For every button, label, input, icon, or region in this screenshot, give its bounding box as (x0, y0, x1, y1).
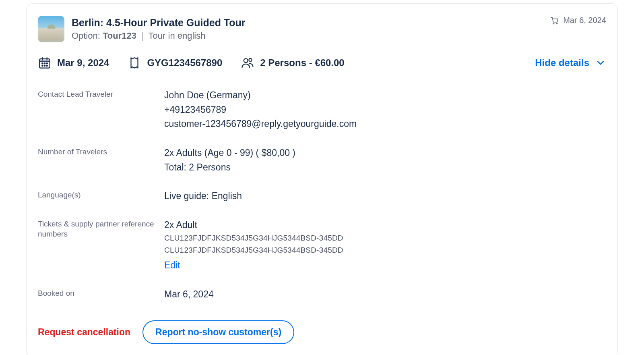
summary-persons-value: 2 Persons - €60.00 (260, 57, 344, 69)
tour-title: Berlin: 4.5-Hour Private Guided Tour (72, 17, 543, 29)
svg-point-6 (42, 65, 43, 66)
summary-reference: GYG1234567890 (128, 56, 222, 70)
chevron-down-icon (595, 57, 606, 69)
summary-date-value: Mar 9, 2024 (57, 57, 109, 69)
calendar-icon (38, 56, 52, 70)
svg-point-1 (556, 23, 557, 24)
travelers-line: 2x Adults (Age 0 - 99) ( $80,00 ) (164, 146, 606, 160)
toggle-details-button[interactable]: Hide details (535, 57, 606, 69)
svg-point-9 (244, 58, 248, 62)
booked-on-value: Mar 6, 2024 (164, 287, 606, 302)
booked-on-label: Booked on (38, 287, 159, 299)
option-label: Option: (72, 31, 100, 41)
actions-row: Request cancellation Report no-show cust… (38, 320, 606, 344)
contact-label: Contact Lead Traveler (38, 88, 159, 100)
travelers-total: Total: 2 Persons (164, 160, 606, 175)
svg-point-4 (44, 63, 45, 64)
contact-value: John Doe (Germany) +49123456789 customer… (164, 88, 606, 131)
contact-email: customer-123456789@reply.getyourguide.co… (164, 117, 606, 131)
summary-row: Mar 9, 2024 GYG1234567890 2 Persons - €6… (38, 56, 606, 70)
tour-thumbnail (38, 16, 64, 42)
title-block: Berlin: 4.5-Hour Private Guided Tour Opt… (72, 16, 543, 41)
edit-tickets-link[interactable]: Edit (164, 258, 180, 273)
languages-label: Language(s) (38, 189, 159, 200)
cart-icon (550, 16, 559, 25)
option-tail: Tour in english (149, 31, 206, 41)
travelers-label: Number of Travelers (38, 146, 159, 157)
option-value: Tour123 (103, 31, 136, 41)
ticket-icon (128, 56, 141, 70)
summary-reference-value: GYG1234567890 (147, 57, 222, 69)
summary-date: Mar 9, 2024 (38, 56, 109, 70)
details-grid: Contact Lead Traveler John Doe (Germany)… (38, 88, 606, 302)
svg-point-8 (46, 65, 47, 66)
languages-value: Live guide: English (164, 189, 606, 203)
svg-point-3 (42, 63, 43, 64)
svg-point-7 (44, 65, 45, 66)
tickets-label: Tickets & supply partner reference numbe… (38, 218, 159, 239)
tickets-value: 2x Adult CLU123FJDFJKSD534J5G34HJG5344BS… (164, 218, 606, 273)
cart-date-value: Mar 6, 2024 (563, 16, 606, 25)
report-no-show-button[interactable]: Report no-show customer(s) (142, 320, 294, 344)
cart-date: Mar 6, 2024 (550, 16, 606, 25)
contact-name: John Doe (Germany) (164, 88, 606, 103)
summary-persons: 2 Persons - €60.00 (241, 56, 344, 70)
svg-point-0 (553, 23, 554, 24)
ticket-ref-1: CLU123FJDFJKSD534J5G34HJG5344BSD-345DD (164, 232, 606, 244)
card-header: Berlin: 4.5-Hour Private Guided Tour Opt… (38, 16, 606, 42)
booking-card: Berlin: 4.5-Hour Private Guided Tour Opt… (26, 3, 618, 355)
tickets-heading: 2x Adult (164, 218, 606, 233)
tour-subtitle: Option: Tour123 | Tour in english (72, 31, 543, 41)
svg-point-5 (46, 63, 47, 64)
subtitle-separator: | (141, 31, 144, 41)
toggle-details-label: Hide details (535, 57, 589, 69)
ticket-ref-2: CLU123FJDFJKSD534J5G34HJG5344BSD-345DD (164, 244, 606, 256)
travelers-value: 2x Adults (Age 0 - 99) ( $80,00 ) Total:… (164, 146, 606, 174)
svg-point-10 (249, 58, 252, 61)
contact-phone: +49123456789 (164, 103, 606, 117)
persons-icon (241, 56, 254, 70)
request-cancellation-link[interactable]: Request cancellation (38, 327, 130, 338)
